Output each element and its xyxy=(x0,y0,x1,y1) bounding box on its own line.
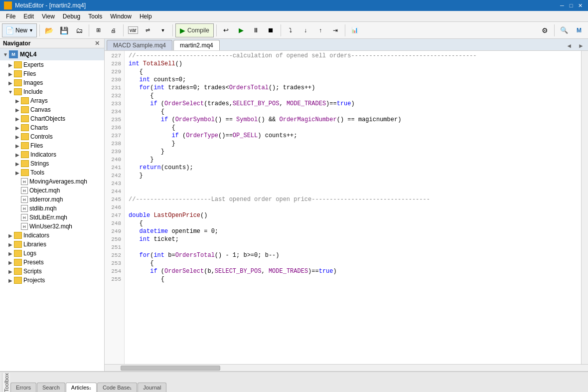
experts-folder-icon xyxy=(14,61,22,68)
mql5-button[interactable]: M xyxy=(572,23,586,37)
tab-errors[interactable]: Errors xyxy=(10,383,36,392)
code-editor[interactable]: //---------------------------calculation… xyxy=(125,51,581,364)
view-button[interactable]: ⊞ xyxy=(92,23,106,37)
toolbox-sidebar[interactable]: Toolbox xyxy=(2,373,10,392)
format-button[interactable]: ⇌ xyxy=(141,23,155,37)
new-button[interactable]: 📄 New ▼ xyxy=(2,23,37,37)
files-include-expand-icon: ▶ xyxy=(14,143,21,149)
nav-item-libraries[interactable]: ▶ Libraries xyxy=(0,240,104,249)
nav-item-projects[interactable]: ▶ Projects xyxy=(0,276,104,285)
controls-expand-icon: ▶ xyxy=(14,134,21,140)
nav-item-files-include[interactable]: ▶ Files xyxy=(0,141,104,150)
menu-help[interactable]: Help xyxy=(136,12,156,21)
nav-item-stdlib[interactable]: H stdlib.mqh xyxy=(0,204,104,213)
step-out-button[interactable]: ↑ xyxy=(313,23,327,37)
menu-debug[interactable]: Debug xyxy=(59,12,84,21)
tab-journal[interactable]: Journal xyxy=(138,383,166,392)
var-button[interactable]: var xyxy=(126,23,140,37)
chart-button[interactable]: 📊 xyxy=(348,23,362,37)
experts-expand-icon: ▶ xyxy=(7,62,14,68)
close-button[interactable]: ✕ xyxy=(576,1,584,9)
nav-item-logs[interactable]: ▶ Logs xyxy=(0,249,104,258)
nav-item-presets[interactable]: ▶ Presets xyxy=(0,258,104,267)
tab-search[interactable]: Search xyxy=(37,383,65,392)
nav-item-tools-include[interactable]: ▶ Tools xyxy=(0,168,104,177)
menu-file[interactable]: File xyxy=(2,12,19,21)
undo-button[interactable]: ↩ xyxy=(219,23,233,37)
nav-item-stderror[interactable]: H stderror.mqh xyxy=(0,195,104,204)
tab-next-button[interactable]: ► xyxy=(576,41,586,50)
save-all-icon: 🗂 xyxy=(76,26,83,34)
nav-item-scripts[interactable]: ▶ Scripts xyxy=(0,267,104,276)
tab-prev-button[interactable]: ◄ xyxy=(564,41,574,50)
menu-window[interactable]: Window xyxy=(106,12,136,21)
nav-item-stderror-label: stderror.mqh xyxy=(29,196,63,203)
open-button[interactable]: 📂 xyxy=(42,23,56,37)
tab-articles[interactable]: Articles₂ xyxy=(66,383,97,392)
tab-codebase[interactable]: Code Base₁ xyxy=(97,383,137,392)
nav-item-canvas[interactable]: ▶ Canvas xyxy=(0,105,104,114)
stop-icon: ⏹ xyxy=(268,26,274,34)
minimize-button[interactable]: ─ xyxy=(558,1,566,9)
print-button[interactable]: 🖨 xyxy=(107,23,121,37)
window-title: MetaEditor - [martin2.mq4] xyxy=(15,2,86,9)
nav-item-files-1[interactable]: ▶ Files xyxy=(0,69,104,78)
code-view[interactable]: 227 228 229 230 231 232 233 234 235 236 … xyxy=(105,51,588,364)
maximize-button[interactable]: □ xyxy=(567,1,575,9)
nav-item-controls[interactable]: ▶ Controls xyxy=(0,132,104,141)
new-dropdown-icon[interactable]: ▼ xyxy=(29,28,33,33)
tab-martin2[interactable]: martin2.mq4 xyxy=(173,40,220,50)
tab-macd[interactable]: MACD Sample.mq4 xyxy=(107,40,172,50)
snippet-dropdown[interactable]: ▼ xyxy=(156,23,170,37)
step-over-button[interactable]: ⤵ xyxy=(284,23,297,37)
nav-item-experts[interactable]: ▶ Experts xyxy=(0,60,104,69)
menu-bar: File Edit View Debug Tools Window Help xyxy=(0,11,588,22)
nav-item-include[interactable]: ▼ Include xyxy=(0,87,104,96)
pause-button[interactable]: ⏸ xyxy=(249,23,263,37)
settings-button[interactable]: ⚙ xyxy=(538,23,552,37)
scripts-folder-icon xyxy=(14,268,22,275)
logs-expand-icon: ▶ xyxy=(7,251,14,256)
save-button[interactable]: 💾 xyxy=(57,23,71,37)
images-expand-icon: ▶ xyxy=(7,80,14,86)
articles-badge: ₂ xyxy=(89,385,91,391)
nav-tree[interactable]: ▼ M MQL4 ▶ Experts ▶ Files ▶ Images xyxy=(0,48,104,371)
arrays-folder-icon xyxy=(21,97,29,104)
libraries-folder-icon xyxy=(14,241,22,248)
nav-item-charts[interactable]: ▶ Charts xyxy=(0,123,104,132)
nav-item-indicators[interactable]: ▶ Indicators xyxy=(0,231,104,240)
navigator-close-button[interactable]: ✕ xyxy=(93,40,101,47)
step-into-button[interactable]: ↓ xyxy=(298,23,312,37)
horizontal-scroll-thumb[interactable] xyxy=(121,366,220,371)
nav-item-arrays[interactable]: ▶ Arrays xyxy=(0,96,104,105)
vertical-scrollbar[interactable] xyxy=(581,51,588,364)
menu-edit[interactable]: Edit xyxy=(19,12,38,21)
nav-item-indicators-include[interactable]: ▶ Indicators xyxy=(0,150,104,159)
jump-button[interactable]: ⇥ xyxy=(328,23,342,37)
nav-item-object-mqh[interactable]: H Object.mqh xyxy=(0,186,104,195)
compile-label: Compile xyxy=(187,27,209,34)
menu-tools[interactable]: Tools xyxy=(84,12,106,21)
toolbar-separator-2 xyxy=(89,24,89,36)
run-button[interactable]: ▶ xyxy=(234,23,248,37)
nav-item-winuser32[interactable]: H WinUser32.mqh xyxy=(0,222,104,231)
projects-expand-icon: ▶ xyxy=(7,278,14,283)
nav-item-object-mqh-label: Object.mqh xyxy=(29,187,60,194)
stop-button[interactable]: ⏹ xyxy=(264,23,278,37)
horizontal-scrollbar[interactable] xyxy=(105,364,588,371)
search-toolbar-button[interactable]: 🔍 xyxy=(557,23,571,37)
save-all-button[interactable]: 🗂 xyxy=(72,23,86,37)
nav-item-chartobjects[interactable]: ▶ ChartObjects xyxy=(0,114,104,123)
menu-view[interactable]: View xyxy=(38,12,59,21)
nav-item-stdliberr[interactable]: H StdLibErr.mqh xyxy=(0,213,104,222)
stdlib-mqh-icon: H xyxy=(21,205,28,212)
navigator-header: Navigator ✕ xyxy=(0,39,104,48)
nav-item-files1-label: Files xyxy=(23,70,36,77)
nav-root-mql4[interactable]: ▼ M MQL4 xyxy=(0,48,104,60)
indicators-include-expand-icon: ▶ xyxy=(14,152,21,158)
nav-item-strings[interactable]: ▶ Strings xyxy=(0,159,104,168)
compile-button[interactable]: ▶ Compile xyxy=(175,23,214,37)
nav-item-movingaverages[interactable]: H MovingAverages.mqh xyxy=(0,177,104,186)
nav-item-images[interactable]: ▶ Images xyxy=(0,78,104,87)
stdliberr-mqh-icon: H xyxy=(21,214,28,221)
